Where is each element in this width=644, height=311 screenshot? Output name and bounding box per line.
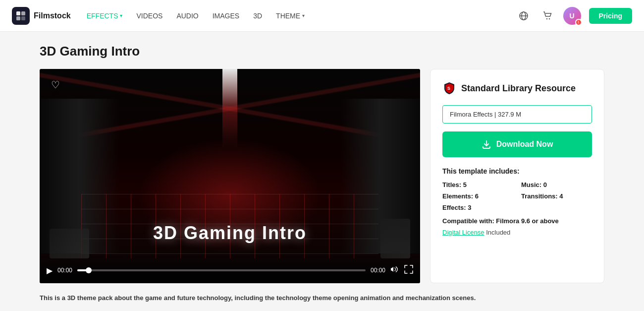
template-includes-label: This template includes: (442, 167, 592, 175)
resource-header: S Standard Library Resource (442, 81, 592, 95)
music-label: Music: (521, 181, 541, 188)
music-stat: Music: 0 (521, 181, 592, 188)
video-player[interactable]: 3D Gaming Intro ♡ ▶ 00:00 00:00 (40, 69, 420, 283)
header: Filmstock EFFECTS ▾ VIDEOS AUDIO IMAGES … (0, 0, 644, 32)
favorite-button[interactable]: ♡ (48, 77, 63, 93)
video-title-overlay: 3D Gaming Intro (153, 223, 307, 244)
svg-point-8 (548, 18, 549, 19)
cart-icon[interactable] (539, 8, 555, 24)
elements-label: Elements: (442, 192, 473, 200)
effects-stat: Effects: 3 (442, 204, 513, 211)
compatible-value: Filmora 9.6 or above (496, 217, 558, 225)
license-suffix: Included (486, 229, 510, 236)
effects-label: Effects: (442, 204, 466, 211)
current-time: 00:00 (57, 267, 72, 274)
transitions-value: 4 (559, 192, 563, 200)
titles-stat: Titles: 5 (442, 181, 513, 188)
download-label: Download Now (496, 140, 553, 149)
volume-button[interactable] (390, 265, 399, 276)
transitions-stat: Transitions: 4 (521, 192, 592, 200)
nav-audio[interactable]: AUDIO (176, 12, 198, 20)
user-avatar[interactable]: U 1 (563, 7, 581, 25)
play-button[interactable]: ▶ (47, 266, 53, 275)
svg-text:S: S (447, 86, 450, 91)
effects-chevron-icon: ▾ (120, 13, 122, 18)
file-info-text: Filmora Effects | 327.9 M (450, 111, 521, 118)
titles-label: Titles: (442, 181, 461, 188)
video-background: 3D Gaming Intro (40, 69, 420, 283)
notification-badge: 1 (575, 19, 582, 26)
page-title: 3D Gaming Intro (40, 44, 604, 59)
main-content: 3D Gaming Intro (0, 32, 644, 311)
compatibility-info: Compatible with: Filmora 9.6 or above (442, 217, 592, 225)
music-value: 0 (543, 181, 547, 188)
nav: EFFECTS ▾ VIDEOS AUDIO IMAGES 3D THEME ▾ (87, 12, 516, 20)
digital-license-link[interactable]: Digital License (442, 229, 484, 236)
svg-rect-1 (21, 11, 25, 15)
logo[interactable]: Filmstock (12, 7, 71, 25)
resource-title: Standard Library Resource (461, 83, 576, 94)
titles-value: 5 (463, 181, 467, 188)
logo-text: Filmstock (34, 11, 71, 20)
nav-effects[interactable]: EFFECTS ▾ (87, 12, 123, 20)
file-info-badge: Filmora Effects | 327.9 M (442, 105, 592, 124)
resource-panel: S Standard Library Resource Filmora Effe… (430, 69, 604, 283)
svg-rect-0 (16, 11, 20, 15)
theme-chevron-icon: ▾ (302, 13, 305, 18)
nav-images[interactable]: IMAGES (213, 12, 239, 20)
compatible-label: Compatible with: (442, 217, 494, 225)
template-stats: Titles: 5 Music: 0 Elements: 6 Transitio… (442, 181, 592, 211)
nav-videos[interactable]: VIDEOS (136, 12, 162, 20)
progress-bar[interactable] (77, 269, 366, 271)
transitions-label: Transitions: (521, 192, 558, 200)
download-button[interactable]: Download Now (442, 131, 592, 157)
end-time: 00:00 (371, 267, 385, 274)
nav-theme[interactable]: THEME ▾ (276, 12, 305, 20)
description-text: This is a 3D theme pack about the game a… (40, 293, 604, 304)
svg-rect-2 (16, 16, 20, 20)
svg-rect-3 (21, 16, 25, 20)
pricing-button[interactable]: Pricing (589, 8, 632, 24)
shield-icon: S (442, 81, 456, 95)
elements-stat: Elements: 6 (442, 192, 513, 200)
logo-icon (12, 7, 30, 25)
nav-3d[interactable]: 3D (253, 12, 262, 20)
elements-value: 6 (475, 192, 479, 200)
fullscreen-button[interactable] (404, 265, 413, 276)
video-controls: ▶ 00:00 00:00 (40, 257, 420, 283)
globe-icon[interactable] (516, 8, 532, 24)
svg-point-7 (546, 18, 547, 19)
header-actions: U 1 Pricing (516, 7, 632, 25)
progress-thumb (86, 267, 92, 273)
effects-value: 3 (468, 204, 471, 211)
content-row: 3D Gaming Intro ♡ ▶ 00:00 00:00 (40, 69, 604, 283)
license-info: Digital License Included (442, 229, 592, 236)
